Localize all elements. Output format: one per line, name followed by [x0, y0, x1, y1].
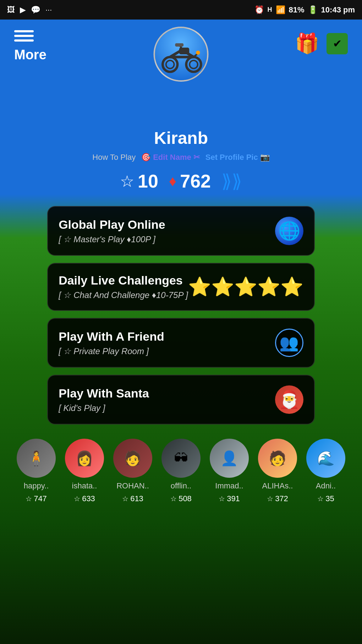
- leader-avatar-6: 🧑: [258, 439, 297, 478]
- whatsapp-icon: 💬: [31, 5, 40, 15]
- star-outline-icon: ☆: [120, 172, 134, 191]
- leader-avatar-2: 👩: [65, 439, 104, 478]
- how-to-play-link[interactable]: How To Play: [92, 153, 136, 162]
- leader-item[interactable]: 🧑 ROHAN.. ☆ 613: [112, 439, 154, 503]
- leader-item[interactable]: 🧑 ALIHAs.. ☆ 372: [257, 439, 298, 503]
- avatar[interactable]: [154, 27, 209, 82]
- time-display: 10:43 pm: [321, 5, 355, 15]
- leader-name-4: offlin..: [171, 481, 191, 491]
- leader-item[interactable]: 🌊 Adni.. ☆ 35: [305, 439, 347, 503]
- more-dots-icon: ···: [45, 5, 52, 15]
- hamburger-icon: [14, 30, 34, 42]
- set-profile-pic-link[interactable]: Set Profile Pic 📷: [205, 153, 270, 162]
- stars-value: 10: [138, 171, 158, 192]
- global-play-button[interactable]: Global Play Online [ ☆ Master's Play ♦10…: [47, 206, 315, 256]
- arrows-stat[interactable]: ⟫⟫: [221, 171, 242, 192]
- global-play-subtitle: [ ☆ Master's Play ♦100P ]: [59, 234, 165, 244]
- diamonds-value: 762: [180, 171, 211, 192]
- network-h-icon: H: [268, 6, 272, 13]
- edit-name-icon: ✂: [193, 153, 200, 162]
- avatar-container: [154, 27, 209, 82]
- leader-name-1: happy..: [24, 481, 49, 491]
- username: Kiranb: [154, 128, 208, 148]
- leader-score-3: ☆ 613: [122, 494, 143, 503]
- play-friend-text: Play With A Friend [ ☆ Private Play Room…: [59, 330, 164, 356]
- leader-score-1: ☆ 747: [26, 494, 47, 503]
- alarm-icon: ⏰: [254, 5, 264, 15]
- main-content: More: [0, 20, 362, 644]
- global-play-text: Global Play Online [ ☆ Master's Play ♦10…: [59, 218, 165, 244]
- leader-star-icon: ☆: [122, 494, 128, 503]
- stars-stat: ☆ 10: [120, 171, 158, 192]
- edit-name-text: Edit Name: [153, 153, 191, 162]
- leader-item[interactable]: 🕶 offlin.. ☆ 508: [160, 439, 202, 503]
- leader-score-value-7: 35: [325, 494, 334, 503]
- leader-name-3: ROHAN..: [116, 481, 149, 491]
- stats-row: ☆ 10 ♦ 762 ⟫⟫: [120, 171, 242, 192]
- leader-score-value-1: 747: [34, 494, 47, 503]
- leader-name-2: ishata..: [72, 481, 97, 491]
- shield-check-icon: ✔: [333, 37, 342, 50]
- daily-challenges-subtitle: [ ☆ Chat And Challenge ♦10-75P ]: [59, 290, 188, 300]
- daily-challenges-button[interactable]: Daily Live Challenges [ ☆ Chat And Chall…: [47, 263, 315, 311]
- more-label: More: [14, 47, 46, 63]
- hamburger-line-1: [14, 30, 34, 32]
- daily-challenges-text: Daily Live Challenges [ ☆ Chat And Chall…: [59, 274, 188, 300]
- youtube-icon: ▶: [20, 5, 26, 15]
- leader-item[interactable]: 👤 Immad.. ☆ 391: [208, 439, 250, 503]
- profile-links: How To Play 🎯 Edit Name ✂ Set Profile Pi…: [92, 153, 269, 162]
- edit-name-emoji: 🎯: [141, 153, 151, 162]
- leader-star-icon: ☆: [26, 494, 32, 503]
- status-bar-right: ⏰ H 📶 81% 🔋 10:43 pm: [254, 5, 355, 15]
- leader-item[interactable]: 🧍 happy.. ☆ 747: [15, 439, 57, 503]
- leader-score-value-3: 613: [130, 494, 143, 503]
- game-buttons: Global Play Online [ ☆ Master's Play ♦10…: [37, 206, 325, 424]
- header-right: 🎁 ✔: [295, 30, 348, 55]
- leader-avatar-1: 🧍: [17, 439, 56, 478]
- leader-score-4: ☆ 508: [170, 494, 192, 503]
- friends-icon: 👥: [275, 329, 303, 357]
- svg-point-12: [196, 51, 200, 55]
- global-play-title: Global Play Online: [59, 218, 165, 232]
- leader-avatar-4: 🕶: [161, 439, 201, 478]
- leader-star-icon: ☆: [219, 494, 225, 503]
- leader-avatar-5: 👤: [210, 439, 249, 478]
- leader-score-value-4: 508: [179, 494, 192, 503]
- leaderboard: 🧍 happy.. ☆ 747 👩 ishata.. ☆ 633 🧑 ROHAN…: [8, 439, 354, 503]
- play-santa-subtitle: [ Kid's Play ]: [59, 403, 149, 413]
- diamonds-stat: ♦ 762: [169, 171, 211, 192]
- camera-icon: 📷: [260, 153, 270, 162]
- leader-score-2: ☆ 633: [74, 494, 95, 503]
- leader-score-value-2: 633: [82, 494, 95, 503]
- battery-percent: 81%: [289, 5, 305, 15]
- gift-icon[interactable]: 🎁: [295, 32, 319, 55]
- how-to-play-text: How To Play: [92, 153, 136, 162]
- leader-star-icon: ☆: [267, 494, 273, 503]
- leader-item[interactable]: 👩 ishata.. ☆ 633: [64, 439, 105, 503]
- play-friend-button[interactable]: Play With A Friend [ ☆ Private Play Room…: [47, 318, 315, 368]
- double-arrow-icon: ⟫⟫: [221, 171, 242, 192]
- play-santa-title: Play With Santa: [59, 386, 149, 400]
- daily-challenges-title: Daily Live Challenges: [59, 274, 188, 287]
- leader-name-6: ALIHAs..: [262, 481, 293, 491]
- play-friend-title: Play With A Friend: [59, 330, 164, 343]
- play-santa-button[interactable]: Play With Santa [ Kid's Play ] 🎅: [47, 375, 315, 424]
- santa-icon: 🎅: [275, 385, 303, 414]
- more-menu-button[interactable]: More: [14, 30, 46, 63]
- header: More: [0, 20, 362, 63]
- set-profile-pic-text: Set Profile Pic: [205, 153, 258, 162]
- profile-section: Kiranb How To Play 🎯 Edit Name ✂ Set Pro…: [0, 128, 362, 503]
- leader-score-6: ☆ 372: [267, 494, 288, 503]
- diamond-icon: ♦: [169, 173, 176, 190]
- svg-rect-10: [175, 43, 183, 47]
- edit-name-link[interactable]: 🎯 Edit Name ✂: [141, 153, 200, 162]
- leader-avatar-3: 🧑: [113, 439, 152, 478]
- leader-score-value-5: 391: [227, 494, 240, 503]
- play-santa-text: Play With Santa [ Kid's Play ]: [59, 386, 149, 413]
- shield-icon[interactable]: ✔: [327, 33, 348, 54]
- gallery-icon: 🖼: [7, 5, 15, 15]
- leader-name-5: Immad..: [215, 481, 243, 491]
- play-friend-subtitle: [ ☆ Private Play Room ]: [59, 346, 164, 356]
- hamburger-line-2: [14, 35, 34, 37]
- hamburger-line-3: [14, 39, 34, 42]
